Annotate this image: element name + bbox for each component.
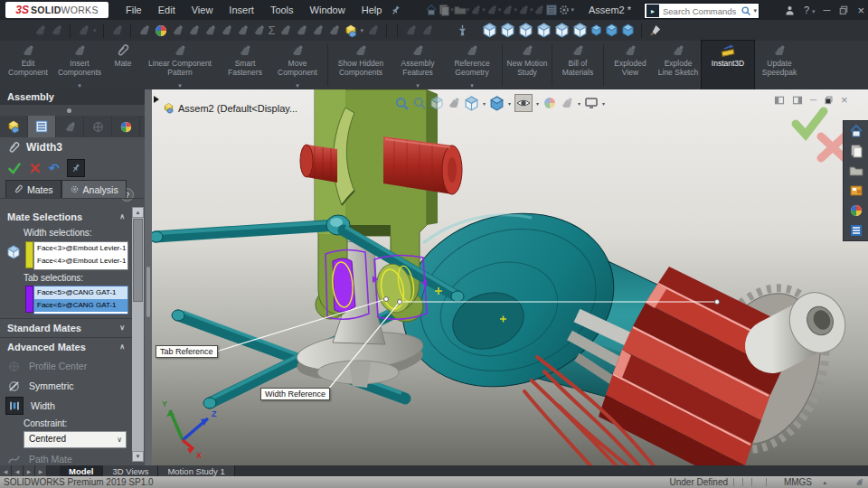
home-icon[interactable]	[425, 4, 438, 16]
view-top-cube-icon[interactable]	[554, 23, 570, 38]
menu-file[interactable]: File	[118, 0, 150, 20]
search-scope-icon[interactable]: ▸	[646, 5, 659, 17]
ribbon-reference-geometry[interactable]: Reference Geometry▾	[444, 41, 500, 89]
tab-scroll-prev-button[interactable]: ◀	[12, 465, 24, 476]
menu-tools[interactable]: Tools	[262, 0, 302, 20]
open-icon[interactable]	[454, 4, 467, 16]
move-rotate-icon[interactable]	[311, 23, 325, 37]
document-breadcrumb[interactable]: Assem2 (Default<Display...	[163, 102, 297, 114]
zoom-area-button[interactable]	[412, 96, 427, 110]
taskpane-design-library-icon[interactable]	[849, 183, 863, 198]
select-icon[interactable]	[517, 4, 530, 16]
ribbon-smart-fasteners[interactable]: Smart Fasteners	[221, 41, 269, 89]
tab-motion-study-1[interactable]: Motion Study 1	[158, 465, 234, 476]
panel-splitter-row[interactable]	[0, 105, 145, 116]
tab-3d-views[interactable]: 3D Views	[103, 465, 158, 476]
tab-scroll-last-button[interactable]: ▶	[35, 465, 47, 476]
mate-selections-section[interactable]: Mate Selections∧	[0, 209, 132, 225]
update-icon[interactable]	[327, 23, 341, 37]
search-icon[interactable]	[741, 5, 751, 16]
feature-tree-flyout-arrow[interactable]	[154, 96, 159, 103]
advanced-mates-section[interactable]: Advanced Mates∧	[0, 339, 132, 355]
new-document-icon[interactable]	[438, 4, 450, 16]
ribbon-new-motion-study[interactable]: New Motion Study	[505, 41, 550, 89]
tab-scroll-first-button[interactable]: ◀	[0, 465, 12, 476]
restore-button[interactable]	[838, 5, 849, 15]
sketch-icon[interactable]	[110, 23, 124, 37]
dock-right-icon[interactable]	[792, 95, 803, 106]
list-item[interactable]: Face<3>@Embout Levier-1	[34, 242, 127, 255]
screen-capture-icon[interactable]	[33, 23, 47, 37]
left-red-pin-part[interactable]	[300, 145, 337, 183]
check-model-icon[interactable]	[220, 23, 233, 37]
file-properties-icon[interactable]	[545, 4, 558, 16]
edit-appearance-button[interactable]	[542, 96, 557, 110]
taskpane-home-icon[interactable]	[849, 124, 863, 138]
list-item[interactable]: Face<6>@CANG GAT-1	[34, 299, 127, 312]
menu-view[interactable]: View	[184, 0, 222, 20]
scroll-up-button[interactable]: ▲	[132, 207, 144, 218]
zebra-stripes-icon[interactable]	[252, 23, 266, 37]
panel-viewport-splitter[interactable]	[145, 89, 152, 465]
print-icon[interactable]	[486, 4, 498, 16]
ribbon-show-hidden-components[interactable]: Show Hidden Components	[330, 41, 392, 89]
curvature-icon[interactable]	[278, 23, 292, 37]
ribbon-instant3d[interactable]: Instant3D	[702, 41, 754, 89]
undo-icon[interactable]	[501, 4, 514, 16]
appearance-brush-icon[interactable]	[648, 23, 662, 37]
tab-feature-manager[interactable]	[0, 116, 28, 137]
record-video-icon[interactable]	[50, 23, 63, 37]
status-tag-icon[interactable]	[854, 477, 864, 487]
view-settings-button[interactable]	[584, 96, 599, 110]
measure-icon[interactable]	[154, 23, 168, 38]
ribbon-assembly-features[interactable]: Assembly Features▾	[392, 41, 444, 89]
taskpane-custom-properties-icon[interactable]	[849, 223, 863, 238]
confirm-ok-check[interactable]	[796, 111, 824, 135]
options-gear-icon[interactable]	[558, 4, 571, 16]
scroll-down-button[interactable]: ▼	[132, 451, 144, 462]
tab-mates[interactable]: Mates	[5, 180, 61, 198]
tab-property-manager[interactable]	[28, 116, 56, 137]
tab-dimxpert-manager[interactable]	[84, 116, 112, 137]
tab-configuration-manager[interactable]	[56, 116, 84, 137]
help-button[interactable]: ? ▾	[804, 5, 816, 15]
units-dropdown-arrow[interactable]: ▴	[823, 476, 826, 488]
tab-display-manager[interactable]	[112, 116, 140, 137]
menu-pin-icon[interactable]	[388, 2, 404, 18]
menu-window[interactable]: Window	[302, 0, 354, 20]
view-iso-cube-icon[interactable]	[590, 24, 602, 36]
ribbon-move-component[interactable]: Move Component▾	[269, 41, 326, 89]
apply-scene-button[interactable]	[560, 96, 574, 110]
list-item[interactable]: Face<4>@Embout Levier-1	[34, 255, 127, 267]
doc-minimize-button[interactable]: ─	[810, 95, 816, 105]
anchor-pin-icon[interactable]	[456, 23, 469, 37]
tab-selections-listbox[interactable]: Face<5>@CANG GAT-1 Face<6>@CANG GAT-1	[33, 286, 128, 314]
constraint-dropdown[interactable]: Centered∨	[24, 431, 127, 448]
ribbon-bill-of-materials[interactable]: Bill of Materials	[554, 41, 601, 89]
panel-scrollbar[interactable]: ▲ ▼	[132, 207, 144, 462]
ribbon-update-speedpak[interactable]: Update Speedpak	[754, 41, 805, 89]
scroll-thumb[interactable]	[133, 219, 143, 302]
taskpane-resources-icon[interactable]	[849, 144, 863, 158]
hide-show-items-button[interactable]	[514, 94, 533, 112]
dynamic-annotation-button[interactable]	[447, 96, 461, 110]
view-trimetric-cube-icon[interactable]	[621, 23, 635, 37]
section-properties-icon[interactable]	[187, 23, 201, 37]
select-arrow-icon[interactable]	[77, 23, 90, 37]
menu-help[interactable]: Help	[354, 0, 391, 20]
cancel-x-button[interactable]	[29, 162, 42, 174]
ribbon-linear-component-pattern[interactable]: Linear Component Pattern▾	[139, 41, 221, 89]
standard-mates-section[interactable]: Standard Mates∨	[0, 320, 132, 336]
save-icon[interactable]	[469, 4, 482, 16]
ok-check-button[interactable]	[7, 161, 22, 175]
ribbon-mate[interactable]: Mate	[107, 41, 139, 89]
rebuild-icon[interactable]	[533, 4, 545, 16]
view-orientation-button[interactable]	[464, 96, 479, 111]
keep-visible-pin-button[interactable]	[67, 159, 85, 177]
sketch-tools-icon[interactable]	[404, 23, 418, 37]
equations-sigma-icon[interactable]: Σ	[269, 24, 276, 36]
units-selector[interactable]: MMGS	[784, 476, 812, 488]
menu-edit[interactable]: Edit	[150, 0, 184, 20]
width-reference-callout[interactable]: Width Reference	[260, 388, 330, 400]
close-button[interactable]: ×	[857, 4, 864, 17]
